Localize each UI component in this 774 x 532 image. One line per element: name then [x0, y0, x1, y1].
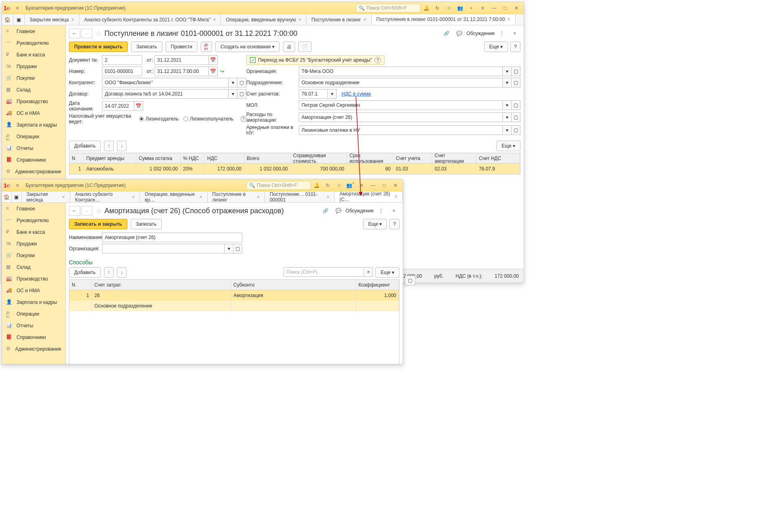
- th-sub[interactable]: Субконто: [231, 280, 356, 290]
- th-item[interactable]: Предмет аренды: [84, 153, 136, 163]
- tab-analysis[interactable]: Анализ субконто Контраге…×: [70, 191, 140, 202]
- close-icon[interactable]: ×: [298, 17, 301, 23]
- users-icon[interactable]: 👥●: [345, 181, 355, 190]
- add-button[interactable]: Добавить: [69, 267, 101, 278]
- sidebar-item-assets[interactable]: 🚚ОС и НМА: [2, 285, 65, 296]
- nu-input[interactable]: Лизинговые платежи в НУ: [299, 125, 503, 135]
- discussion-label[interactable]: Обсуждение: [466, 31, 495, 36]
- sidebar-item-hr[interactable]: 👤Зарплата и кадры: [2, 296, 65, 308]
- home-tab[interactable]: 🏠: [2, 14, 13, 25]
- link-icon[interactable]: 🔗: [441, 29, 451, 38]
- save-close-button[interactable]: Записать и закрыть: [69, 219, 127, 229]
- table-more-button[interactable]: Еще ▾: [496, 141, 520, 151]
- open-icon[interactable]: ▢: [512, 125, 520, 135]
- home-tab[interactable]: 🏠: [2, 191, 12, 202]
- sidebar-item-main[interactable]: ≡Главное: [2, 203, 65, 214]
- close-icon[interactable]: ×: [213, 17, 216, 23]
- dropdown-icon[interactable]: ▾: [503, 78, 512, 87]
- th-fair[interactable]: Справедливая стоимость: [291, 153, 347, 163]
- history-icon[interactable]: ↻: [433, 3, 442, 13]
- more-button[interactable]: Еще ▾: [363, 219, 387, 229]
- dropdown-icon[interactable]: ▾: [225, 244, 233, 254]
- dropdown-icon[interactable]: ▾: [503, 125, 512, 135]
- add-button[interactable]: Добавить: [69, 141, 101, 151]
- global-search[interactable]: 🔍 Поиск Ctrl+Shift+F: [356, 4, 420, 12]
- tab-closing[interactable]: Закрытие месяца×: [22, 191, 70, 202]
- check-icon[interactable]: ↪: [220, 69, 224, 74]
- name-input[interactable]: Амортизация (счет 26): [102, 233, 242, 242]
- th-ndsacc[interactable]: Счет НДС: [476, 153, 520, 163]
- sidebar-item-refs[interactable]: 📕Справочники: [2, 331, 65, 343]
- sidebar-item-warehouse[interactable]: ▦Склад: [2, 261, 65, 273]
- move-down-button[interactable]: ↓: [117, 141, 127, 151]
- dropdown-icon[interactable]: ▾: [229, 78, 237, 87]
- close-icon[interactable]: ✕: [391, 181, 400, 190]
- sidebar-item-admin[interactable]: ⚙Администрирование: [2, 343, 65, 355]
- hamburger-icon[interactable]: ≡: [12, 3, 22, 13]
- calendar-icon[interactable]: 📅: [209, 55, 218, 65]
- sidebar-item-bank[interactable]: ₽Банк и касса: [2, 49, 65, 60]
- sidebar-item-reports[interactable]: 📊Отчеты: [2, 142, 65, 154]
- help-icon[interactable]: ?: [241, 116, 246, 122]
- bell-icon[interactable]: 🔔: [312, 181, 321, 190]
- post-button[interactable]: Провести: [166, 42, 198, 52]
- dropdown-icon[interactable]: ▾: [328, 89, 337, 99]
- favorite-star-icon[interactable]: ☆: [96, 206, 102, 215]
- close-page-icon[interactable]: ×: [389, 206, 399, 216]
- back-button[interactable]: ←: [69, 206, 80, 216]
- users-icon[interactable]: 👥: [455, 3, 465, 13]
- discussion-icon[interactable]: 💬: [454, 29, 464, 38]
- table-row[interactable]: 1 26 Амортизация 1,000: [69, 290, 399, 301]
- mol-input[interactable]: Петров Сергей Сергеевич: [299, 100, 503, 110]
- sidebar-item-purchase[interactable]: 🛒Покупки: [2, 249, 65, 261]
- tab-leasing[interactable]: Поступление в лизинг×: [208, 191, 265, 202]
- fsbu-checkbox[interactable]: ✓ Переход на ФСБУ 25 "Бухгалтерский учет…: [246, 55, 385, 65]
- th-n[interactable]: N: [69, 280, 92, 290]
- th-acc[interactable]: Счет затрат: [92, 280, 231, 290]
- filter-icon[interactable]: ≡: [357, 181, 366, 190]
- tab-leasing-doc[interactable]: Поступление в лизинг 0101-000001 от 31.1…: [372, 14, 516, 25]
- table-row[interactable]: Основное подразделение: [69, 301, 399, 311]
- global-search[interactable]: 🔍 Поиск Ctrl+Shift+F: [246, 181, 311, 190]
- num-input[interactable]: 0101-000001: [102, 66, 142, 76]
- tab-leasing-doc[interactable]: Поступление… 0101-000001×: [265, 191, 335, 202]
- tab-analysis[interactable]: Анализ субконто Контрагенты за 2021 г. О…: [79, 14, 221, 25]
- forward-button[interactable]: →: [81, 206, 92, 216]
- sidebar-item-sales[interactable]: 🛍Продажи: [2, 238, 65, 249]
- th-sum[interactable]: Сумма остатка: [136, 153, 181, 163]
- table-more-button[interactable]: Еще ▾: [375, 267, 399, 278]
- dtkt-button[interactable]: ДтКт: [201, 42, 212, 52]
- move-up-button[interactable]: ↑: [104, 267, 114, 278]
- table-search[interactable]: Поиск (Ctrl+F): [283, 267, 364, 277]
- maximize-icon[interactable]: □: [379, 181, 389, 190]
- sidebar-item-operations[interactable]: ДтКтОперации: [2, 131, 65, 142]
- sidebar-item-refs[interactable]: 📕Справочники: [2, 154, 65, 166]
- print-button[interactable]: 🖨: [283, 42, 295, 52]
- end-input[interactable]: 14.07.2022: [102, 101, 134, 111]
- sidebar-item-reports[interactable]: 📊Отчеты: [2, 320, 65, 331]
- table-row[interactable]: 1 Автомобиль 1 032 000,00 20% 172 000,00…: [69, 164, 520, 174]
- help-button[interactable]: ?: [389, 219, 399, 229]
- post-close-button[interactable]: Провести и закрыть: [69, 42, 128, 52]
- open-icon[interactable]: ▢: [512, 112, 520, 122]
- filter-icon[interactable]: ≡: [478, 3, 487, 13]
- sidebar-item-assets[interactable]: 🚚ОС и НМА: [2, 107, 65, 119]
- sidebar-item-manager[interactable]: 〰Руководителю: [2, 37, 65, 49]
- podr-input[interactable]: Основное подразделение: [299, 78, 503, 87]
- open-icon[interactable]: ▢: [233, 244, 242, 254]
- star-icon[interactable]: ☆: [334, 181, 344, 190]
- history-icon[interactable]: ↻: [323, 181, 333, 190]
- open-icon[interactable]: ▢: [237, 89, 246, 99]
- forward-button[interactable]: →: [81, 29, 92, 38]
- record-button[interactable]: Записать: [131, 42, 162, 52]
- nds-link[interactable]: НДС в сумме: [341, 91, 371, 97]
- more-button[interactable]: Еще ▾: [484, 42, 508, 52]
- close-icon[interactable]: ✕: [512, 3, 521, 13]
- th-total[interactable]: Всего: [244, 153, 291, 163]
- move-down-button[interactable]: ↓: [117, 267, 127, 278]
- more-icon[interactable]: ⋮: [376, 206, 386, 216]
- help-button[interactable]: ?: [510, 42, 520, 52]
- back-button[interactable]: ←: [69, 29, 80, 38]
- th-ndspct[interactable]: % НДС: [181, 153, 205, 163]
- more-icon[interactable]: ⋮: [497, 29, 507, 38]
